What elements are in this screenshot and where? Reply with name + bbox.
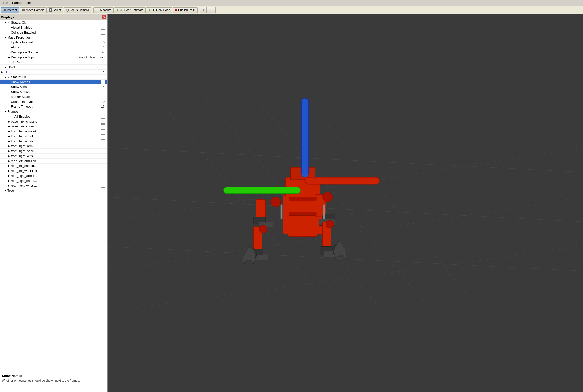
checkbox-tf[interactable] xyxy=(101,70,105,74)
tree-arrow-tf[interactable]: ▶ xyxy=(1,71,4,73)
tree-item-front-left-shoul[interactable]: ▶front_left_shoul... xyxy=(0,134,107,139)
tree-item-update-interval[interactable]: Update Interval0 xyxy=(0,40,107,45)
tree-item-description-source[interactable]: Description SourceTopic xyxy=(0,50,107,55)
tree-item-front-left-arm-link[interactable]: ▶front_left_arm-link xyxy=(0,129,107,134)
tree-arrow-tf-status[interactable]: ▶ xyxy=(4,76,8,78)
tree-item-mass-properties[interactable]: ▶Mass Properties xyxy=(0,35,107,40)
tree-item-status[interactable]: ▶✓ Status: Ok xyxy=(0,20,107,25)
label-base-link-cover: base_link_cover xyxy=(11,124,101,128)
tree-arrow-tree[interactable]: ▶ xyxy=(4,189,8,192)
tree-arrow-base-link-cover[interactable]: ▶ xyxy=(8,125,11,128)
tree-arrow-front-left-wrist[interactable]: ▶ xyxy=(8,140,11,142)
checkbox-base-link-chassis[interactable] xyxy=(101,120,105,124)
pose-estimate-button[interactable]: 2D Pose Estimate xyxy=(114,8,146,13)
tree-item-rear-left-wrist-link[interactable]: ▶rear_left_wrist-link xyxy=(0,168,107,174)
checkbox-all-enabled[interactable] xyxy=(101,114,105,118)
checkbox-front-right-arm[interactable] xyxy=(101,144,105,148)
tree-item-rear-left-arm-link[interactable]: ▶rear_left_arm-link xyxy=(0,158,107,164)
tree-arrow-description-topic[interactable]: ▶ xyxy=(8,56,11,58)
tree-item-all-enabled[interactable]: All Enabled xyxy=(0,114,107,119)
checkbox-collision-enabled[interactable] xyxy=(101,31,105,34)
menu-panels[interactable]: Panels xyxy=(10,0,24,5)
tree-item-front-left-wrist[interactable]: ▶front_left_wrist-... xyxy=(0,139,107,144)
tree-arrow-front-left-shoul[interactable]: ▶ xyxy=(8,135,11,138)
tree-arrow-mass-properties[interactable]: ▶ xyxy=(4,36,8,39)
checkbox-front-right-wris[interactable] xyxy=(101,154,105,158)
move-camera-button[interactable]: Move Camera xyxy=(20,8,47,13)
checkbox-rear-left-should[interactable] xyxy=(101,164,105,168)
tree-arrow-rear-left-should[interactable]: ▶ xyxy=(8,164,11,167)
value-update-interval: 0 xyxy=(103,40,105,44)
tree-arrow-status[interactable]: ▶ xyxy=(4,21,8,24)
checkbox-front-left-arm-link[interactable] xyxy=(101,130,105,134)
tree-item-visual-enabled[interactable]: Visual Enabled xyxy=(0,25,107,30)
tree-arrow-rear-right-wrist[interactable]: ▶ xyxy=(8,184,11,187)
menu-file[interactable]: File xyxy=(1,0,10,5)
checkbox-rear-right-arm-li[interactable] xyxy=(101,174,105,178)
tree-arrow-frames[interactable]: ▼ xyxy=(4,110,8,113)
tree-item-base-link-cover[interactable]: ▶base_link_cover xyxy=(0,124,107,129)
checkbox-front-left-wrist[interactable] xyxy=(101,139,105,143)
viewport[interactable] xyxy=(108,14,583,392)
checkbox-show-arrows[interactable] xyxy=(101,90,105,94)
remove-button[interactable]: — xyxy=(207,7,216,13)
checkbox-base-link-cover[interactable] xyxy=(101,124,105,128)
tree-item-rear-left-should[interactable]: ▶rear_left_should... xyxy=(0,164,107,168)
tree-arrow-rear-right-arm-li[interactable]: ▶ xyxy=(8,174,11,177)
tree-item-tf[interactable]: ▶TF xyxy=(0,70,107,74)
displays-close-button[interactable]: ✕ xyxy=(102,15,106,19)
tree-arrow-front-right-shou[interactable]: ▶ xyxy=(8,150,11,152)
select-button[interactable]: Select xyxy=(47,8,63,13)
checkbox-rear-right-wrist[interactable] xyxy=(101,184,105,188)
tree-item-marker-scale[interactable]: Marker Scale1 xyxy=(0,94,107,99)
tree-item-rear-right-arm-li[interactable]: ▶rear_right_arm-li... xyxy=(0,174,107,178)
tree-arrow-base-link-chassis[interactable]: ▶ xyxy=(8,120,11,123)
tree-item-links[interactable]: ▶Links xyxy=(0,65,107,70)
tree-arrow-front-right-arm[interactable]: ▶ xyxy=(8,145,11,148)
tree-item-front-right-wris[interactable]: ▶front_right_wris... xyxy=(0,154,107,158)
add-button[interactable]: + xyxy=(200,7,207,13)
tree-item-show-arrows[interactable]: Show Arrows xyxy=(0,90,107,94)
menu-help[interactable]: Help xyxy=(24,0,35,5)
tf-label: TF xyxy=(4,70,101,74)
svg-rect-17 xyxy=(224,187,300,194)
tree-item-tree[interactable]: ▶Tree xyxy=(0,188,107,193)
checkbox-show-axes[interactable] xyxy=(101,85,105,89)
tree-item-tf-prefix[interactable]: TF Prefix xyxy=(0,60,107,65)
tree-item-show-axes[interactable]: Show Axes xyxy=(0,84,107,90)
tree-arrow-rear-left-arm-link[interactable]: ▶ xyxy=(8,160,11,162)
checkbox-front-right-shou[interactable] xyxy=(101,149,105,153)
tree-item-frames[interactable]: ▼Frames xyxy=(0,109,107,114)
tree-item-description-topic[interactable]: ▶Description Topic/robot_description xyxy=(0,55,107,60)
checkbox-rear-right-shoul[interactable] xyxy=(101,179,105,183)
checkbox-visual-enabled[interactable] xyxy=(101,26,105,30)
measure-button[interactable]: Measure xyxy=(94,8,114,13)
tree-arrow-front-right-wris[interactable]: ▶ xyxy=(8,155,11,157)
interact-button[interactable]: Interact xyxy=(1,8,19,13)
tree-item-alpha[interactable]: Alpha1 xyxy=(0,45,107,50)
checkbox-show-names[interactable] xyxy=(101,80,105,84)
tree-item-collision-enabled[interactable]: Collision Enabled xyxy=(0,30,107,35)
goal-pose-button[interactable]: 2D Goal Pose xyxy=(146,8,172,13)
checkbox-front-left-shoul[interactable] xyxy=(101,134,105,138)
tree-item-frame-timeout[interactable]: Frame Timeout15 xyxy=(0,104,107,109)
tree-item-rear-right-wrist[interactable]: ▶rear_right_wrist-... xyxy=(0,183,107,188)
checkbox-rear-left-arm-link[interactable] xyxy=(101,159,105,163)
tree-item-rear-right-shoul[interactable]: ▶rear_right_shoul... xyxy=(0,178,107,183)
svg-point-33 xyxy=(326,220,334,228)
tree-panel[interactable]: ▶✓ Status: OkVisual EnabledCollision Ena… xyxy=(0,20,107,372)
focus-camera-button[interactable]: Focus Camera xyxy=(64,8,92,13)
tree-item-tf-status[interactable]: ▶✓ Status: Ok xyxy=(0,74,107,80)
tree-item-update-interval-tf[interactable]: Update Interval0 xyxy=(0,99,107,104)
tree-arrow-rear-left-wrist-link[interactable]: ▶ xyxy=(8,170,11,172)
select-icon xyxy=(50,8,52,12)
tree-item-front-right-arm[interactable]: ▶front_right_arm-... xyxy=(0,144,107,149)
tree-item-base-link-chassis[interactable]: ▶base_link_chassis xyxy=(0,119,107,124)
tree-item-show-names[interactable]: Show Names xyxy=(0,80,107,84)
tree-arrow-links[interactable]: ▶ xyxy=(4,66,8,68)
checkbox-rear-left-wrist-link[interactable] xyxy=(101,169,105,173)
tree-arrow-rear-right-shoul[interactable]: ▶ xyxy=(8,179,11,182)
tree-arrow-front-left-arm-link[interactable]: ▶ xyxy=(8,130,11,133)
tree-item-front-right-shou[interactable]: ▶front_right_shou... xyxy=(0,149,107,154)
publish-point-button[interactable]: Publish Point xyxy=(173,8,198,13)
